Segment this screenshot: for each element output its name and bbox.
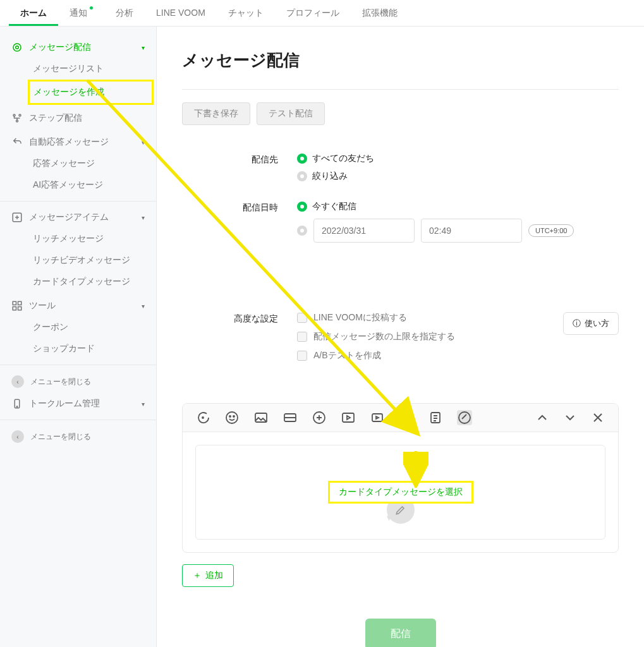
move-down-icon[interactable] bbox=[562, 410, 578, 425]
text-tool-icon[interactable] bbox=[195, 410, 210, 425]
emoji-tool-icon[interactable] bbox=[224, 410, 240, 425]
composer-canvas: カードタイプメッセージを選択 bbox=[195, 445, 605, 540]
usage-button[interactable]: ⓘ 使い方 bbox=[563, 312, 619, 335]
broadcast-icon bbox=[11, 42, 23, 53]
date-input[interactable] bbox=[313, 219, 415, 243]
top-nav: ホーム 通知 分析 LINE VOOM チャット プロフィール 拡張機能 bbox=[0, 0, 644, 27]
chevron-down-icon: ▾ bbox=[142, 139, 145, 146]
svg-rect-9 bbox=[18, 307, 21, 310]
rich-video-tool-icon[interactable] bbox=[341, 410, 356, 425]
sidebar-item-label: トークルーム管理 bbox=[29, 398, 100, 409]
target-label: 配信先 bbox=[182, 153, 297, 188]
sidebar-sub-rich-video[interactable]: リッチビデオメッセージ bbox=[0, 250, 156, 271]
plus-icon: ＋ bbox=[193, 570, 202, 581]
tab-notifications-label: 通知 bbox=[70, 8, 87, 18]
move-up-icon[interactable] bbox=[535, 410, 550, 425]
select-card-type-link[interactable]: カードタイプメッセージを選択 bbox=[328, 481, 473, 504]
radio-label: 絞り込み bbox=[312, 171, 348, 182]
sidebar-item-talkroom[interactable]: トークルーム管理 ▾ bbox=[0, 393, 156, 414]
chevron-left-icon: ‹ bbox=[11, 375, 24, 388]
svg-point-13 bbox=[226, 412, 238, 423]
chevron-down-icon: ▾ bbox=[142, 303, 145, 310]
svg-point-2 bbox=[13, 114, 15, 116]
timezone-badge: UTC+9:00 bbox=[528, 224, 574, 237]
adv-check-limit[interactable]: 配信メッセージ数の上限を指定する bbox=[297, 331, 563, 342]
sidebar-sub-rich-msg[interactable]: リッチメッセージ bbox=[0, 228, 156, 250]
checkbox-icon bbox=[297, 313, 307, 323]
radio-on-icon bbox=[297, 202, 307, 212]
step-icon bbox=[11, 112, 23, 124]
sidebar-item-step[interactable]: ステップ配信 bbox=[0, 107, 156, 129]
checkbox-label: LINE VOOMに投稿する bbox=[313, 312, 407, 324]
sidebar-collapse-1[interactable]: ‹ メニューを閉じる bbox=[0, 370, 156, 393]
svg-point-11 bbox=[16, 406, 18, 408]
radio-off-icon[interactable] bbox=[297, 226, 307, 236]
tab-analytics[interactable]: 分析 bbox=[104, 0, 145, 26]
svg-point-4 bbox=[16, 120, 18, 122]
sidebar-item-message-items[interactable]: メッセージアイテム ▾ bbox=[0, 207, 156, 228]
phone-icon bbox=[11, 398, 23, 409]
adv-check-voom[interactable]: LINE VOOMに投稿する bbox=[297, 312, 563, 324]
target-radio-all[interactable]: すべての友だち bbox=[297, 153, 619, 164]
close-icon[interactable] bbox=[590, 410, 605, 425]
tab-notifications[interactable]: 通知 bbox=[58, 0, 104, 26]
sidebar-item-tools[interactable]: ツール ▾ bbox=[0, 295, 156, 317]
advanced-label: 高度な設定 bbox=[182, 312, 297, 369]
svg-rect-19 bbox=[343, 413, 354, 422]
send-button[interactable]: 配信 bbox=[365, 619, 436, 647]
svg-point-0 bbox=[16, 46, 19, 49]
divider bbox=[182, 89, 619, 90]
sidebar-sub-card-type[interactable]: カードタイプメッセージ bbox=[0, 271, 156, 293]
tab-extensions[interactable]: 拡張機能 bbox=[351, 0, 409, 26]
sidebar-collapse-2[interactable]: ‹ メニューを閉じる bbox=[0, 425, 156, 448]
checkbox-icon bbox=[297, 332, 307, 342]
voice-tool-icon[interactable] bbox=[399, 410, 414, 425]
svg-rect-8 bbox=[13, 307, 16, 310]
image-tool-icon[interactable] bbox=[253, 410, 269, 425]
sidebar-item-auto-reply[interactable]: 自動応答メッセージ ▾ bbox=[0, 131, 156, 153]
info-icon: ⓘ bbox=[573, 318, 581, 329]
sidebar-sub-ai-reply[interactable]: AI応答メッセージ bbox=[0, 174, 156, 196]
chevron-left-icon: ‹ bbox=[11, 430, 24, 443]
tab-profile[interactable]: プロフィール bbox=[275, 0, 351, 26]
card-type-tool-icon[interactable] bbox=[457, 410, 472, 425]
checkbox-label: A/Bテストを作成 bbox=[313, 350, 381, 361]
tab-voom[interactable]: LINE VOOM bbox=[145, 0, 217, 26]
adv-check-abtest[interactable]: A/Bテストを作成 bbox=[297, 350, 563, 361]
page-title: メッセージ配信 bbox=[182, 49, 619, 71]
collapse-label: メニューを閉じる bbox=[30, 377, 91, 387]
radio-label: すべての友だち bbox=[312, 153, 374, 164]
radio-on-icon bbox=[297, 154, 307, 164]
sidebar-sub-shop-card[interactable]: ショップカード bbox=[0, 338, 156, 360]
tab-chat[interactable]: チャット bbox=[217, 0, 275, 26]
svg-point-1 bbox=[13, 44, 21, 51]
sidebar-sub-message-list[interactable]: メッセージリスト bbox=[0, 58, 156, 80]
tab-home[interactable]: ホーム bbox=[9, 0, 58, 26]
time-input[interactable] bbox=[421, 219, 522, 243]
test-send-button[interactable]: テスト配信 bbox=[257, 102, 325, 125]
notification-dot-icon bbox=[90, 6, 93, 9]
schedule-radio-now[interactable]: 今すぐ配信 bbox=[297, 201, 619, 212]
save-draft-button[interactable]: 下書き保存 bbox=[182, 102, 250, 125]
grid-icon bbox=[11, 300, 23, 311]
sidebar-item-label: メッセージ配信 bbox=[29, 42, 91, 53]
radio-off-icon bbox=[297, 171, 307, 181]
rich-tool-icon[interactable] bbox=[312, 410, 327, 425]
sidebar-sub-reply-msg[interactable]: 応答メッセージ bbox=[0, 153, 156, 174]
sidebar-sub-coupon[interactable]: クーポン bbox=[0, 317, 156, 338]
main-content: メッセージ配信 下書き保存 テスト配信 配信先 すべての友だち 絞り込み 配信日… bbox=[157, 27, 644, 647]
coupon-tool-icon[interactable] bbox=[283, 410, 298, 425]
chevron-down-icon: ▾ bbox=[142, 401, 145, 408]
sidebar-item-label: ステップ配信 bbox=[29, 112, 82, 124]
survey-tool-icon[interactable] bbox=[428, 410, 443, 425]
sidebar-sub-create-message[interactable]: メッセージを作成 bbox=[28, 80, 154, 105]
video-tool-icon[interactable] bbox=[370, 410, 385, 425]
target-radio-filter[interactable]: 絞り込み bbox=[297, 171, 619, 182]
divider bbox=[0, 365, 156, 365]
sidebar-item-label: メッセージアイテム bbox=[29, 212, 109, 223]
composer-toolbar bbox=[183, 404, 618, 432]
sidebar-item-broadcast[interactable]: メッセージ配信 ▾ bbox=[0, 37, 156, 58]
usage-label: 使い方 bbox=[585, 318, 609, 329]
svg-point-23 bbox=[459, 412, 470, 423]
add-block-button[interactable]: ＋ 追加 bbox=[182, 564, 234, 587]
